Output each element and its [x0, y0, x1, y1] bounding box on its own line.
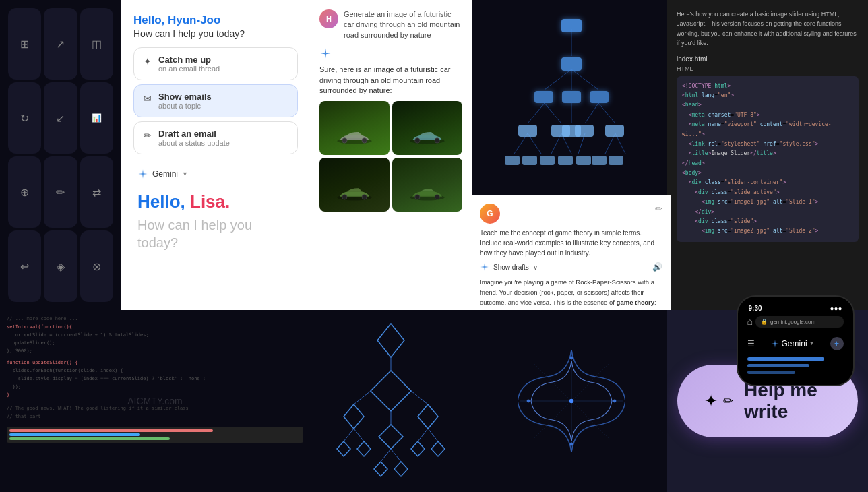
mobile-menu-icon[interactable]: ☰ — [747, 339, 755, 348]
car-svg-4 — [407, 187, 447, 202]
mobile-gemini-label[interactable]: Gemini ▼ — [770, 339, 815, 348]
show-drafts-btn[interactable]: Show drafts — [493, 264, 529, 271]
help-today-text: How can I help you today? — [137, 216, 294, 251]
svg-marker-65 — [394, 462, 408, 476]
svg-line-57 — [428, 429, 438, 441]
code-line-7: slides.forEach(function(slide, index) { — [7, 367, 303, 375]
svg-point-8 — [362, 195, 367, 199]
icon-cell-7[interactable]: ⊕ — [8, 156, 41, 228]
gt-prompt: Teach me the concept of game theory in s… — [480, 228, 662, 258]
svg-rect-33 — [518, 125, 537, 137]
svg-line-54 — [344, 429, 354, 441]
icon-cell-8[interactable]: ✏ — [44, 156, 77, 228]
code-line-1: // ... more code here ... — [7, 315, 303, 324]
show-emails-option[interactable]: ✉ Show emails about a topic — [133, 84, 298, 117]
icon-cell-3[interactable]: ◫ — [80, 8, 113, 80]
code-filename: index.html — [677, 55, 859, 63]
icon-grid-panel: ⊞ ↗ ◫ ↻ ↙ 📊 ⊕ ✏ ⇄ ↩ ◈ ⊗ — [0, 0, 121, 310]
svg-line-13 — [545, 69, 571, 90]
icon-cell-1[interactable]: ⊞ — [8, 8, 41, 80]
svg-line-16 — [528, 103, 545, 123]
svg-point-7 — [342, 195, 347, 199]
svg-rect-36 — [575, 125, 594, 137]
back-icon[interactable]: ⌂ — [747, 316, 753, 327]
car-prompt: Generate an image of a futuristic car dr… — [344, 9, 462, 40]
icon-cell-9[interactable]: ⇄ — [80, 156, 113, 228]
car-images-panel: H Generate an image of a futuristic car … — [310, 0, 472, 310]
svg-rect-40 — [540, 156, 555, 165]
gemini-star-icon — [319, 47, 332, 59]
svg-point-72 — [569, 443, 573, 446]
svg-rect-31 — [562, 91, 581, 103]
icon-cell-12[interactable]: ⊗ — [80, 230, 113, 302]
code-line-8: slide.style.display = (index === current… — [7, 375, 303, 383]
icon-cell-2[interactable]: ↗ — [44, 8, 77, 80]
icon-cell-10[interactable]: ↩ — [8, 230, 41, 302]
svg-marker-52 — [418, 404, 438, 429]
catch-up-icon: ✦ — [144, 56, 152, 67]
diamond-flow-svg — [323, 317, 458, 485]
draft-sub: about a status update — [158, 139, 230, 147]
gt-avatar: G — [480, 204, 500, 224]
svg-rect-28 — [561, 19, 582, 32]
svg-rect-30 — [534, 91, 553, 103]
svg-point-5 — [435, 138, 439, 143]
icon-cell-11[interactable]: ◈ — [44, 230, 77, 302]
svg-marker-63 — [431, 441, 445, 456]
car-image-3 — [319, 158, 390, 212]
car-image-grid — [319, 101, 462, 212]
svg-rect-37 — [605, 125, 624, 137]
mobile-gemini-logo — [770, 339, 780, 348]
show-emails-icon: ✉ — [144, 93, 152, 104]
hello-text: Hello, — [137, 191, 190, 212]
draft-title: Draft an email — [158, 129, 230, 139]
signal-icon: ●●● — [830, 305, 842, 312]
lock-icon: 🔒 — [761, 319, 768, 325]
car-svg-2 — [407, 130, 447, 145]
mobile-browser-bar[interactable]: 🔒 gemini.google.com — [755, 316, 844, 328]
svg-marker-61 — [357, 441, 371, 456]
svg-line-49 — [411, 391, 428, 404]
mobile-panel: 9:30 ●●● ⌂ 🔒 gemini.google.com ☰ G — [728, 189, 863, 492]
code-line-9: }); — [7, 383, 303, 392]
svg-point-10 — [415, 195, 420, 199]
chart-bar-3 — [9, 437, 170, 440]
edit-icon[interactable]: ✏ — [655, 204, 662, 214]
svg-rect-29 — [561, 57, 582, 71]
svg-line-55 — [354, 429, 364, 441]
mobile-blue-bars — [747, 357, 844, 374]
icon-cell-6[interactable]: 📊 — [80, 82, 113, 154]
code-line-2: setInterval(function(){ — [7, 324, 303, 332]
svg-point-4 — [415, 138, 420, 143]
svg-marker-53 — [379, 425, 403, 449]
svg-line-17 — [545, 103, 561, 123]
chat-hello-panel: Hello, Hyun-Joo How can I help you today… — [121, 0, 310, 155]
catch-me-up-option[interactable]: ✦ Catch me up on an email thread — [133, 47, 298, 80]
svg-marker-51 — [344, 404, 364, 429]
svg-point-70 — [569, 399, 573, 403]
svg-point-71 — [569, 357, 573, 360]
draft-icon: ✏ — [144, 130, 152, 141]
show-emails-title: Show emails — [158, 92, 212, 102]
audio-btn[interactable]: 🔊 — [652, 262, 662, 272]
svg-rect-38 — [505, 156, 520, 165]
gemini-star-panel — [472, 310, 671, 492]
icon-cell-5[interactable]: ↙ — [44, 82, 77, 154]
car-image-1 — [319, 101, 390, 155]
drafts-chevron[interactable]: ∨ — [533, 264, 538, 271]
bottom-code-panel: AICMTY.com // ... more code here ... set… — [0, 310, 310, 492]
mobile-status-bar: 9:30 ●●● — [742, 302, 849, 315]
hello-lisa-text: Hello, Lisa. — [137, 191, 294, 212]
svg-line-59 — [391, 449, 401, 462]
draft-email-option[interactable]: ✏ Draft an email about a status update — [133, 121, 298, 154]
gt-response: Imagine you're playing a game of Rock-Pa… — [480, 277, 662, 313]
mobile-frame: 9:30 ●●● ⌂ 🔒 gemini.google.com ☰ G — [737, 295, 855, 386]
mobile-add-btn[interactable]: + — [830, 337, 844, 350]
main-container: ⊞ ↗ ◫ ↻ ↙ 📊 ⊕ ✏ ⇄ ↩ ◈ ⊗ Hello, Hyun-Joo … — [0, 0, 868, 492]
gemini-label[interactable]: Gemini ▼ — [137, 168, 294, 179]
icon-cell-4[interactable]: ↻ — [8, 82, 41, 154]
mobile-bar-2 — [747, 364, 810, 367]
chat-subtitle: How can I help you today? — [133, 28, 298, 39]
svg-point-2 — [362, 138, 367, 143]
svg-rect-43 — [592, 156, 607, 165]
